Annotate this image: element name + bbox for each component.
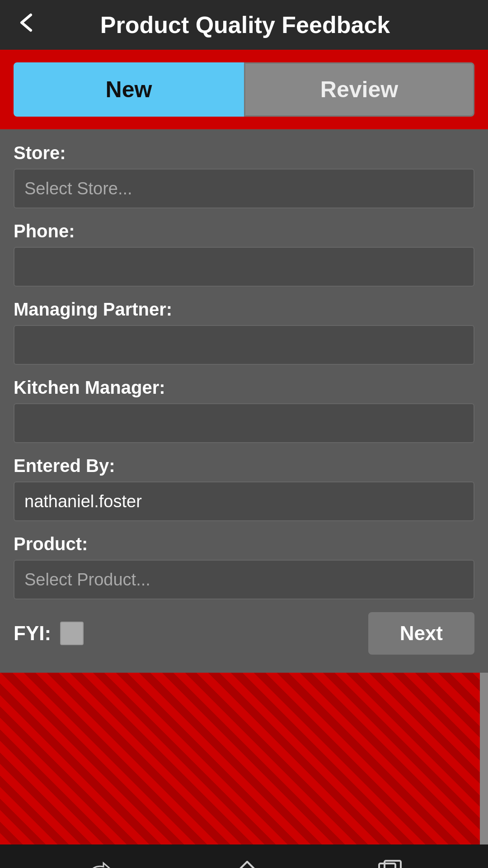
svg-rect-2: [379, 863, 395, 868]
tab-new[interactable]: New: [14, 62, 244, 117]
nav-back-button[interactable]: [85, 860, 117, 868]
fyi-label: FYI:: [14, 622, 51, 645]
product-label: Product:: [14, 534, 474, 554]
managing-partner-label: Managing Partner:: [14, 299, 474, 320]
fyi-group: FYI:: [14, 622, 84, 645]
decorative-red-area: [0, 673, 488, 844]
nav-bar: [0, 844, 488, 868]
page-title: Product Quality Feedback: [52, 11, 438, 38]
product-select[interactable]: Select Product...: [14, 560, 474, 599]
entered-by-input[interactable]: [14, 481, 474, 521]
kitchen-manager-input[interactable]: [14, 403, 474, 443]
product-field-group: Product: Select Product...: [14, 534, 474, 599]
entered-by-label: Entered By:: [14, 456, 474, 476]
store-field-group: Store: Select Store...: [14, 143, 474, 208]
tab-review[interactable]: Review: [244, 62, 474, 117]
scrollbar[interactable]: [480, 673, 488, 844]
form-container: Store: Select Store... Phone: Managing P…: [0, 129, 488, 673]
fyi-checkbox[interactable]: [60, 622, 84, 645]
kitchen-manager-label: Kitchen Manager:: [14, 377, 474, 398]
app-header: Product Quality Feedback: [0, 0, 488, 50]
back-button[interactable]: [14, 10, 38, 39]
bottom-row: FYI: Next: [14, 612, 474, 655]
store-select[interactable]: Select Store...: [14, 169, 474, 208]
managing-partner-input[interactable]: [14, 325, 474, 365]
nav-home-button[interactable]: [234, 859, 261, 868]
next-button[interactable]: Next: [368, 612, 474, 655]
nav-recent-button[interactable]: [377, 859, 403, 868]
phone-input[interactable]: [14, 247, 474, 287]
entered-by-field-group: Entered By:: [14, 456, 474, 521]
phone-label: Phone:: [14, 221, 474, 241]
store-label: Store:: [14, 143, 474, 163]
kitchen-manager-field-group: Kitchen Manager:: [14, 377, 474, 443]
managing-partner-field-group: Managing Partner:: [14, 299, 474, 365]
tab-bar: New Review: [0, 50, 488, 129]
phone-field-group: Phone:: [14, 221, 474, 287]
